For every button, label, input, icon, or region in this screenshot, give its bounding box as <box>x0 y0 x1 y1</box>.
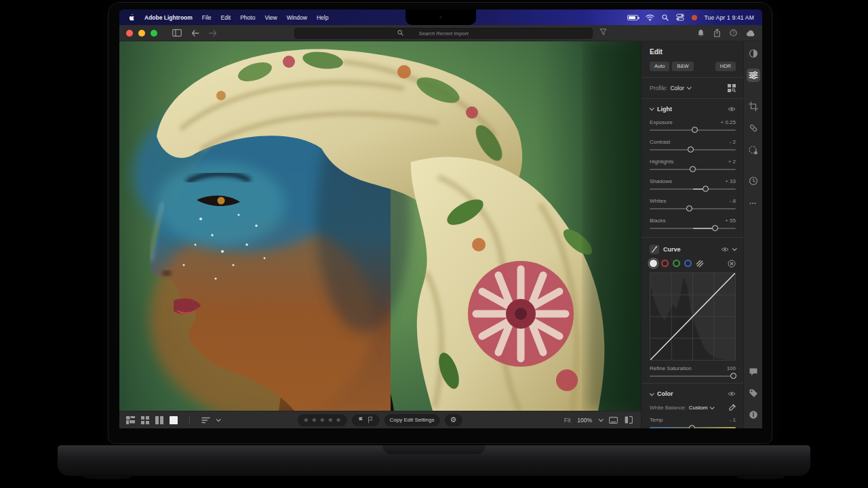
slider-track[interactable] <box>650 188 736 190</box>
color-section-header[interactable]: Color <box>650 390 736 397</box>
highlights-slider[interactable]: Highlights+ 2 <box>650 159 736 171</box>
info-icon[interactable] <box>747 408 760 422</box>
cloud-sync-icon[interactable] <box>746 30 755 37</box>
comments-icon[interactable] <box>747 365 760 378</box>
show-original-icon[interactable] <box>609 417 618 424</box>
star-icon[interactable]: ★ <box>303 417 309 424</box>
history-clock-icon[interactable] <box>747 174 760 188</box>
control-center-icon[interactable] <box>676 14 684 21</box>
slider-knob[interactable] <box>730 373 736 379</box>
spotlight-icon[interactable] <box>662 14 669 21</box>
contrast-slider[interactable]: Contrast- 2 <box>650 139 736 151</box>
curve-visibility-eye-icon[interactable] <box>721 247 729 252</box>
channel-blue[interactable] <box>684 260 692 267</box>
channel-white[interactable] <box>650 260 657 267</box>
menu-file[interactable]: File <box>202 14 212 21</box>
temp-slider[interactable]: Temp- 1 <box>650 417 736 428</box>
before-after-split-icon[interactable] <box>625 416 633 424</box>
star-icon[interactable]: ★ <box>336 417 342 424</box>
star-icon[interactable]: ★ <box>311 417 317 424</box>
white-balance-chevron-icon[interactable] <box>710 405 715 409</box>
collapse-chevron-icon[interactable] <box>650 391 654 396</box>
help-icon[interactable]: ? <box>730 29 737 37</box>
wifi-icon[interactable] <box>646 14 654 21</box>
profile-browse-icon[interactable] <box>728 84 736 92</box>
copy-edit-settings-button[interactable]: Copy Edit Settings <box>384 414 440 426</box>
star-rating[interactable]: ★ ★ ★ ★ ★ <box>298 414 347 426</box>
bw-button[interactable]: B&W <box>672 62 693 71</box>
fit-label[interactable]: Fit <box>564 417 570 424</box>
slider-knob[interactable] <box>688 146 694 152</box>
search-input[interactable] <box>294 28 593 39</box>
menu-edit[interactable]: Edit <box>221 14 231 21</box>
adjust-circle-icon[interactable] <box>747 47 760 60</box>
keywords-tag-icon[interactable] <box>747 386 760 400</box>
menu-photo[interactable]: Photo <box>240 14 255 21</box>
sort-icon[interactable] <box>201 417 210 424</box>
flag-controls[interactable] <box>352 414 380 426</box>
zoom-chevron-icon[interactable] <box>599 417 604 422</box>
reset-curve-icon[interactable] <box>728 260 736 268</box>
apple-logo-icon[interactable] <box>127 14 135 22</box>
sidebar-toggle-icon[interactable] <box>172 29 182 37</box>
back-button[interactable] <box>191 30 199 37</box>
hdr-button[interactable]: HDR <box>715 62 736 71</box>
slider-track[interactable] <box>650 129 736 131</box>
collapse-chevron-icon[interactable] <box>650 106 654 110</box>
photo-grid-view-icon[interactable] <box>126 416 135 424</box>
photo-canvas[interactable] <box>119 41 641 411</box>
zoom-level[interactable]: 100% <box>577 417 592 424</box>
profile-value[interactable]: Color <box>670 85 684 92</box>
tone-curve-icon[interactable] <box>650 245 659 254</box>
crop-icon[interactable] <box>747 100 760 113</box>
star-icon[interactable]: ★ <box>328 417 334 424</box>
zoom-window-button[interactable] <box>151 30 157 37</box>
menu-window[interactable]: Window <box>287 14 307 21</box>
more-tools-icon[interactable]: ••• <box>747 196 760 209</box>
edit-sliders-icon[interactable] <box>747 68 760 82</box>
battery-icon[interactable] <box>627 15 638 20</box>
white-balance-row[interactable]: White Balance: Custom <box>650 404 736 411</box>
light-section-header[interactable]: Light <box>650 106 736 113</box>
curve-collapse-chevron-icon[interactable] <box>732 246 737 251</box>
color-visibility-eye-icon[interactable] <box>728 391 736 396</box>
slider-knob[interactable] <box>686 205 692 211</box>
filter-funnel-icon[interactable] <box>599 28 607 35</box>
menu-extra-app-icon[interactable] <box>692 15 697 20</box>
masking-icon[interactable] <box>747 143 760 157</box>
auto-button[interactable]: Auto <box>650 62 669 71</box>
tone-curve-editor[interactable] <box>650 272 736 361</box>
white-balance-value[interactable]: Custom <box>689 405 708 411</box>
shadows-slider[interactable]: Shadows+ 33 <box>650 178 736 190</box>
eyedropper-icon[interactable] <box>728 404 736 411</box>
healing-brush-icon[interactable] <box>747 121 760 135</box>
slider-track[interactable] <box>650 208 736 210</box>
blacks-slider[interactable]: Blacks+ 55 <box>650 218 736 230</box>
slider-knob[interactable] <box>703 186 709 192</box>
curve-section-header[interactable]: Curve <box>650 245 736 254</box>
slider-knob[interactable] <box>712 225 718 231</box>
menubar-clock[interactable]: Tue Apr 1 9:41 AM <box>705 14 755 21</box>
channel-red[interactable] <box>661 260 669 267</box>
slider-knob[interactable] <box>692 127 698 133</box>
star-icon[interactable]: ★ <box>319 417 326 424</box>
slider-track[interactable] <box>650 427 736 428</box>
profile-row[interactable]: Profile: Color <box>650 84 736 92</box>
minimize-window-button[interactable] <box>138 30 145 37</box>
parametric-curve-icon[interactable] <box>696 260 704 268</box>
share-icon[interactable] <box>713 28 721 37</box>
square-grid-view-icon[interactable] <box>141 416 149 424</box>
slider-track[interactable] <box>650 149 736 151</box>
slider-knob[interactable] <box>690 166 696 172</box>
detail-view-icon[interactable] <box>170 416 178 424</box>
sort-chevron-icon[interactable] <box>216 417 221 422</box>
menu-help[interactable]: Help <box>317 14 328 21</box>
menubar-app-name[interactable]: Adobe Lightroom <box>144 14 193 21</box>
light-visibility-eye-icon[interactable] <box>728 106 736 112</box>
exposure-slider[interactable]: Exposure+ 0.25 <box>650 119 736 131</box>
refine-saturation-slider[interactable] <box>650 375 736 378</box>
notifications-bell-icon[interactable] <box>697 29 705 37</box>
profile-chevron-icon[interactable] <box>686 85 691 89</box>
menu-view[interactable]: View <box>264 14 277 21</box>
slider-track[interactable] <box>650 228 736 230</box>
